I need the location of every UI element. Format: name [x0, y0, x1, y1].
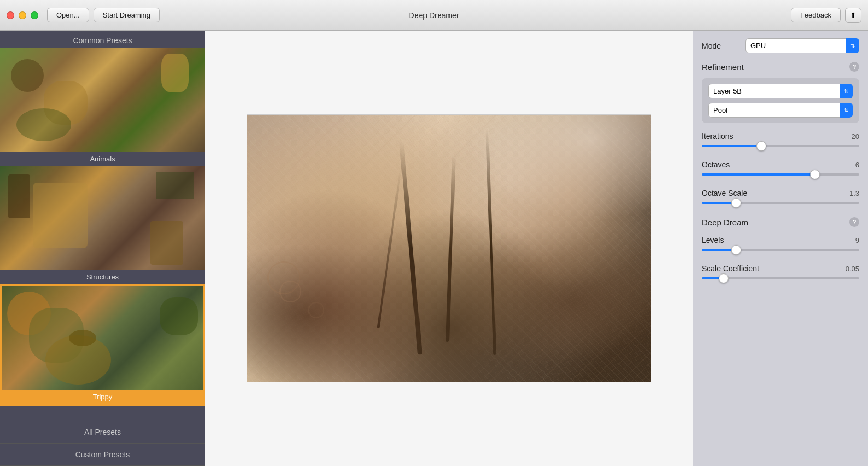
octaves-label: Octaves	[702, 160, 730, 169]
refinement-section-header: Refinement ?	[702, 62, 859, 72]
iterations-value: 20	[852, 132, 859, 141]
share-button[interactable]: ⬆	[845, 8, 861, 23]
scale-coefficient-track[interactable]	[702, 277, 859, 279]
octave-scale-header: Octave Scale 1.3	[702, 189, 859, 197]
app-title: Deep Dreamer	[409, 11, 459, 20]
custom-presets-item[interactable]: Custom Presets	[0, 444, 205, 466]
octave-scale-track[interactable]	[702, 202, 859, 204]
preset-structures-image	[0, 166, 205, 270]
sidebar-bottom: All Presets Custom Presets	[0, 421, 205, 466]
scale-coefficient-value: 0.05	[846, 265, 859, 273]
octaves-header: Octaves 6	[702, 160, 859, 169]
pool-select[interactable]: Pool Conv	[708, 103, 853, 118]
iterations-label: Iterations	[702, 132, 733, 141]
preset-structures-label: Structures	[0, 270, 205, 284]
octave-scale-thumb[interactable]	[731, 198, 741, 208]
scale-coefficient-label: Scale Coefficient	[702, 264, 759, 273]
right-panel: Mode GPU CPU ⇅ Refinement ? Layer 5B L	[693, 31, 868, 466]
share-icon: ⬆	[850, 11, 857, 20]
preset-item-structures[interactable]: Structures	[0, 166, 205, 284]
minimize-button[interactable]	[19, 11, 26, 19]
layer-select-wrapper: Layer 5B Layer 4B Layer 3B ⇅	[708, 84, 853, 98]
levels-value: 9	[855, 236, 859, 244]
common-presets-label: Common Presets	[0, 31, 205, 48]
levels-header: Levels 9	[702, 236, 859, 244]
scale-coefficient-thumb[interactable]	[719, 273, 729, 283]
pool-select-wrapper: Pool Conv ⇅	[708, 103, 853, 118]
preset-trippy-label: Trippy	[2, 390, 203, 404]
levels-track[interactable]	[702, 249, 859, 251]
octave-scale-group: Octave Scale 1.3	[702, 189, 859, 208]
open-button[interactable]: Open...	[47, 8, 89, 22]
levels-thumb[interactable]	[731, 245, 741, 255]
traffic-lights	[7, 11, 38, 19]
iterations-group: Iterations 20	[702, 132, 859, 152]
mode-row: Mode GPU CPU ⇅	[702, 38, 859, 53]
preset-trippy-image	[2, 286, 203, 390]
feedback-button[interactable]: Feedback	[791, 8, 841, 22]
mode-select-wrapper: GPU CPU ⇅	[745, 38, 859, 53]
title-bar: Open... Start Dreaming Deep Dreamer Feed…	[0, 0, 868, 31]
refinement-box: Layer 5B Layer 4B Layer 3B ⇅ Pool Conv ⇅	[702, 78, 859, 123]
octaves-track[interactable]	[702, 173, 859, 176]
sidebar: Common Presets Animals	[0, 31, 205, 466]
start-dreaming-button[interactable]: Start Dreaming	[94, 8, 160, 22]
preset-item-trippy[interactable]: Trippy	[0, 284, 205, 406]
levels-group: Levels 9	[702, 236, 859, 255]
mode-select[interactable]: GPU CPU	[745, 38, 859, 53]
mode-label: Mode	[702, 42, 740, 50]
deep-dream-title: Deep Dream	[702, 218, 748, 227]
deep-dream-section-header: Deep Dream ?	[702, 217, 859, 227]
iterations-track[interactable]	[702, 145, 859, 147]
maximize-button[interactable]	[31, 11, 38, 19]
scale-coefficient-header: Scale Coefficient 0.05	[702, 264, 859, 273]
toolbar-buttons: Open... Start Dreaming	[47, 8, 160, 22]
octave-scale-value: 1.3	[849, 189, 859, 197]
iterations-thumb[interactable]	[756, 141, 766, 151]
refinement-title: Refinement	[702, 62, 744, 72]
preset-animals-label: Animals	[0, 152, 205, 166]
close-button[interactable]	[7, 11, 14, 19]
main-content: Common Presets Animals	[0, 31, 868, 466]
all-presets-item[interactable]: All Presets	[0, 421, 205, 444]
preset-item-animals[interactable]: Animals	[0, 48, 205, 166]
levels-label: Levels	[702, 236, 724, 244]
octave-scale-label: Octave Scale	[702, 189, 747, 197]
iterations-fill	[702, 145, 761, 147]
preset-animals-image	[0, 48, 205, 152]
octaves-value: 6	[855, 161, 859, 169]
dream-image	[247, 114, 651, 382]
dream-canvas	[247, 115, 651, 382]
octaves-thumb[interactable]	[810, 170, 820, 179]
deep-dream-help-button[interactable]: ?	[849, 217, 859, 227]
octaves-fill	[702, 173, 815, 176]
scale-coefficient-group: Scale Coefficient 0.05	[702, 264, 859, 284]
title-bar-right: Feedback ⬆	[791, 8, 861, 23]
octaves-group: Octaves 6	[702, 160, 859, 180]
center-area	[205, 31, 693, 466]
layer-select[interactable]: Layer 5B Layer 4B Layer 3B	[708, 84, 853, 98]
refinement-help-button[interactable]: ?	[849, 62, 859, 72]
iterations-header: Iterations 20	[702, 132, 859, 141]
